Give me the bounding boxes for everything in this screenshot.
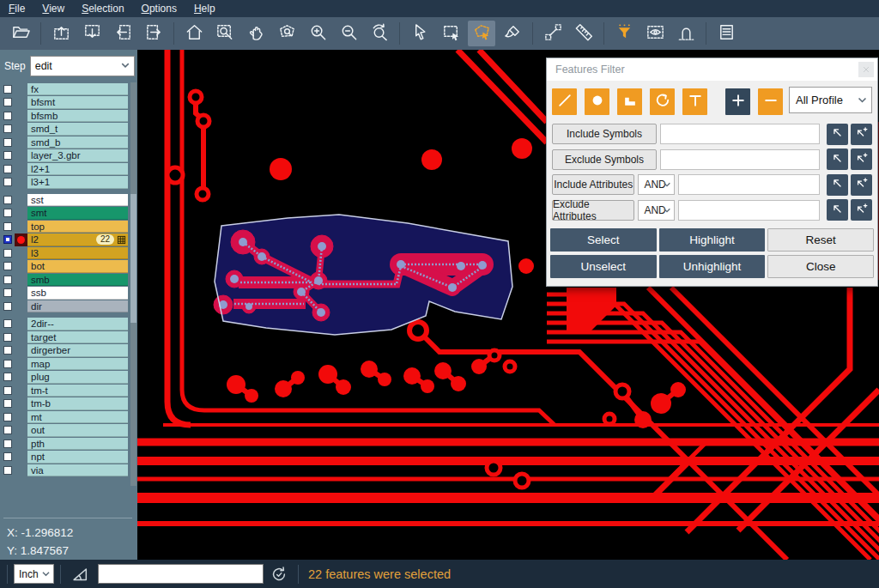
layer-name-target[interactable]: target — [27, 331, 128, 344]
layer-row-dir[interactable]: dir — [0, 300, 130, 313]
menu-help[interactable]: Help — [185, 1, 224, 16]
exclude-attributes-pick-add-button[interactable] — [851, 199, 872, 221]
layer-checkbox-target[interactable] — [3, 333, 12, 342]
open-button[interactable] — [7, 21, 34, 46]
layer-row-bfsmt[interactable]: bfsmt — [0, 96, 130, 110]
layer-checkbox-fx[interactable] — [3, 85, 12, 94]
layer-row-tm-t[interactable]: tm-t — [0, 384, 130, 397]
layer-row-tm-b[interactable]: tm-b — [0, 397, 130, 411]
menu-view[interactable]: View — [33, 1, 73, 16]
command-input[interactable] — [98, 564, 264, 584]
home-button[interactable] — [180, 21, 208, 46]
layer-name-bfsmb[interactable]: bfsmb — [27, 110, 128, 123]
zoom-poly-button[interactable] — [273, 21, 300, 46]
layer-row-out[interactable]: out — [0, 424, 130, 438]
exclude-attributes-button[interactable]: Exclude Attributes — [552, 200, 634, 221]
exclude-attributes-operator-select[interactable]: AND — [638, 200, 675, 221]
layer-row-dirgerber[interactable]: dirgerber — [0, 344, 130, 358]
shift-down-button[interactable] — [78, 21, 106, 46]
include-attributes-input[interactable] — [678, 174, 820, 195]
layer-checkbox-l3+1[interactable] — [3, 178, 12, 186]
layer-row-smb[interactable]: smb — [0, 273, 130, 287]
close-button[interactable]: Close — [767, 255, 874, 278]
include-attributes-button[interactable]: Include Attributes — [552, 174, 634, 195]
shift-left-button[interactable] — [109, 21, 136, 46]
text-feature-button[interactable] — [682, 88, 707, 115]
step-select[interactable]: edit — [30, 56, 135, 76]
layer-checkbox-dirgerber[interactable] — [3, 346, 12, 355]
layer-name-2dir--[interactable]: 2dir-- — [27, 318, 128, 330]
layer-checkbox-top[interactable] — [3, 222, 12, 231]
layer-name-npt[interactable]: npt — [27, 451, 128, 464]
layer-checkbox-sst[interactable] — [3, 196, 12, 204]
line-feature-button[interactable] — [552, 88, 577, 115]
layer-name-smd_t[interactable]: smd_t — [27, 123, 128, 136]
layer-checkbox-bfsmt[interactable] — [3, 98, 12, 106]
unhighlight-button[interactable]: Unhighlight — [659, 255, 766, 278]
report-panel-button[interactable] — [712, 21, 740, 46]
layer-row-l2+1[interactable]: l2+1 — [0, 162, 130, 176]
layer-checkbox-ssb[interactable] — [3, 288, 12, 297]
layer-row-ssb[interactable]: ssb — [0, 287, 130, 300]
layer-row-bfsmb[interactable]: bfsmb — [0, 109, 130, 123]
layer-name-l2[interactable]: l222 — [27, 233, 128, 246]
layer-name-tm-b[interactable]: tm-b — [27, 397, 128, 410]
layer-checkbox-l3[interactable] — [3, 249, 12, 258]
layer-checkbox-out[interactable] — [3, 426, 12, 434]
layer-name-top[interactable]: top — [27, 221, 128, 233]
pan-hand-button[interactable] — [242, 21, 270, 46]
layer-row-map[interactable]: map — [0, 357, 130, 371]
layer-row-target[interactable]: target — [0, 330, 130, 344]
reset-button[interactable]: Reset — [767, 228, 874, 252]
unit-select[interactable]: Inch — [14, 564, 54, 584]
rect-select-button[interactable] — [437, 21, 464, 46]
exclude-symbols-input[interactable] — [660, 149, 820, 170]
add-filter-button[interactable] — [725, 88, 750, 115]
layer-checkbox-bfsmb[interactable] — [3, 112, 12, 120]
mass-brush-button[interactable] — [499, 21, 526, 46]
pad-feature-button[interactable] — [585, 88, 609, 115]
layer-checkbox-mt[interactable] — [3, 413, 12, 421]
layer-name-l3[interactable]: l3 — [27, 247, 128, 260]
layer-row-2dir--[interactable]: 2dir-- — [0, 318, 130, 331]
layer-row-bot[interactable]: bot — [0, 260, 130, 274]
dialog-title-bar[interactable]: Features Filter — [547, 58, 877, 81]
exclude-attributes-pick-button[interactable] — [827, 199, 848, 221]
shift-up-button[interactable] — [47, 21, 75, 46]
layer-row-npt[interactable]: npt — [0, 451, 130, 464]
shift-right-button[interactable] — [140, 21, 167, 46]
poly-select-button[interactable] — [468, 21, 495, 46]
layer-row-pth[interactable]: pth — [0, 437, 130, 451]
layer-row-layer_3.gbr[interactable]: layer_3.gbr — [0, 149, 130, 163]
arc-feature-button[interactable] — [650, 88, 675, 115]
layer-checkbox-l2+1[interactable] — [3, 165, 12, 173]
layer-name-map[interactable]: map — [27, 358, 128, 371]
angle-measure-icon[interactable] — [70, 565, 89, 584]
exclude-symbols-pick-button[interactable] — [827, 149, 848, 170]
layer-row-smd_b[interactable]: smd_b — [0, 136, 130, 149]
zoom-out-button[interactable] — [335, 21, 362, 46]
layer-checkbox-smb[interactable] — [3, 276, 12, 284]
menu-file[interactable]: File — [0, 1, 33, 16]
layer-row-fx[interactable]: fx — [0, 82, 130, 96]
layer-checkbox-2dir--[interactable] — [3, 319, 12, 328]
scrollbar-thumb[interactable] — [130, 194, 136, 323]
layer-name-sst[interactable]: sst — [27, 194, 128, 207]
layer-name-plug[interactable]: plug — [27, 371, 128, 384]
menu-options[interactable]: Options — [133, 1, 185, 16]
surface-feature-button[interactable] — [617, 88, 642, 115]
layer-name-l3+1[interactable]: l3+1 — [27, 176, 128, 189]
layer-row-via[interactable]: via — [0, 464, 130, 477]
layer-row-smt[interactable]: smt — [0, 207, 130, 221]
sync-icon[interactable] — [270, 565, 288, 584]
select-arrow-button[interactable] — [406, 21, 433, 46]
layer-checkbox-layer_3.gbr[interactable] — [3, 151, 12, 160]
exclude-attributes-input[interactable] — [678, 200, 820, 221]
layer-row-mt[interactable]: mt — [0, 410, 130, 424]
include-symbols-button[interactable]: Include Symbols — [552, 124, 657, 144]
layer-checkbox-smd_b[interactable] — [3, 138, 12, 147]
layer-name-via[interactable]: via — [27, 464, 128, 477]
layer-name-dir[interactable]: dir — [27, 300, 128, 313]
include-attributes-operator-select[interactable]: AND — [638, 174, 675, 195]
exclude-symbols-pick-add-button[interactable] — [851, 149, 872, 170]
